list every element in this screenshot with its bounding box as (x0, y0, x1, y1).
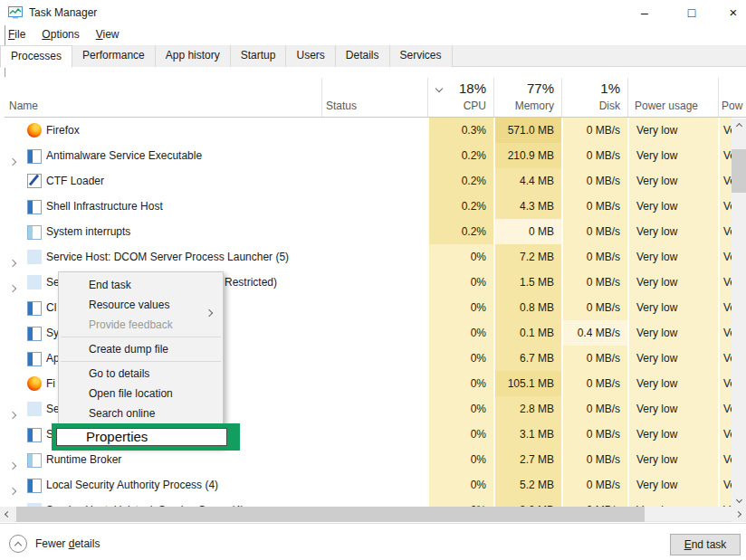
power-usage-cell: Very low (627, 270, 718, 295)
power-trend-cell: Ve (718, 371, 732, 396)
window-icon (27, 327, 42, 341)
expand-chevron-icon[interactable] (10, 405, 15, 422)
column-header-memory[interactable]: Memory (493, 100, 554, 112)
column-separator (627, 78, 628, 117)
menu-separator (61, 361, 221, 362)
table-row[interactable]: Service Host: DCOM Server Process Launch… (5, 244, 732, 270)
process-name: Cl (46, 301, 56, 314)
tab-services[interactable]: Services (390, 45, 453, 67)
expand-chevron-icon[interactable] (10, 279, 15, 295)
tab-users[interactable]: Users (286, 45, 335, 67)
tab-startup[interactable]: Startup (231, 45, 287, 67)
power-trend-cell: Ve (718, 194, 732, 219)
fewer-details-toggle[interactable]: Fewer details (9, 535, 100, 553)
process-name: System interrupts (46, 225, 130, 238)
fewer-details-label: Fewer details (35, 537, 100, 550)
menubar-item-options[interactable]: Options (33, 25, 87, 43)
cpu-cell: 0.2% (427, 168, 493, 194)
power-usage-cell: Very low (627, 346, 718, 371)
disk-cell: 0 MB/s (561, 244, 627, 270)
collapse-circle-icon (9, 535, 27, 553)
expand-chevron-icon[interactable] (10, 152, 15, 168)
tab-app-history[interactable]: App history (156, 45, 231, 67)
horizontal-scrollbar[interactable] (0, 507, 746, 522)
context-menu-item-go-to-details[interactable]: Go to details (59, 364, 223, 384)
power-trend-cell: Ve (718, 498, 732, 507)
tab-processes[interactable]: Processes (0, 45, 72, 68)
memory-cell: 0 MB (493, 219, 561, 244)
power-trend-cell: Ve (718, 168, 732, 194)
vertical-scrollbar-thumb[interactable] (732, 149, 746, 193)
scroll-down-button[interactable] (732, 492, 746, 507)
task-manager-window: Task Manager – □ × FileOptionsView Proce… (0, 0, 746, 560)
table-row[interactable]: Service Host: Unistack Service Group (4)… (5, 498, 732, 507)
cpu-cell: 0% (427, 447, 493, 472)
expand-chevron-icon[interactable] (10, 253, 15, 270)
column-header-power-usage-trend[interactable]: Pow (722, 100, 742, 112)
expand-chevron-icon[interactable] (10, 481, 15, 498)
context-menu: End taskResource valuesProvide feedbackC… (58, 271, 224, 447)
cpu-cell: 0.2% (427, 219, 493, 244)
power-usage-cell: Very low (627, 219, 718, 244)
context-menu-item-open-file-location[interactable]: Open file location (59, 384, 223, 403)
process-name: Local Security Authority Process (4) (46, 479, 218, 491)
power-trend-cell: Ve (718, 270, 732, 295)
horizontal-scrollbar-thumb[interactable] (16, 507, 645, 522)
table-row[interactable]: Runtime Broker0%2.7 MB0 MB/sVery lowVe (5, 447, 732, 472)
power-trend-cell: Ve (718, 143, 732, 168)
menu-separator (61, 337, 221, 337)
window2-icon (27, 453, 42, 468)
column-header-name[interactable]: Name (9, 100, 38, 112)
power-trend-cell: Ve (718, 346, 732, 371)
gear-icon (27, 275, 42, 289)
cpu-cell: 0% (427, 396, 493, 422)
column-header-power-usage[interactable]: Power usage (635, 100, 698, 112)
expand-chevron-icon[interactable] (10, 456, 15, 472)
context-menu-item-search-online[interactable]: Search online (59, 403, 223, 423)
minimize-button[interactable]: – (626, 0, 663, 25)
close-button[interactable]: × (715, 0, 746, 25)
power-usage-cell: Very low (627, 396, 718, 422)
disk-cell: 0 MB/s (561, 346, 627, 371)
tab-performance[interactable]: Performance (72, 45, 156, 67)
column-header-disk[interactable]: Disk (561, 100, 620, 112)
column-header-status[interactable]: Status (326, 100, 357, 112)
power-usage-cell: Very low (627, 498, 718, 507)
scroll-left-button[interactable] (0, 507, 14, 522)
menubar-item-file[interactable]: File (0, 25, 33, 43)
context-menu-item-create-dump-file[interactable]: Create dump file (59, 339, 223, 359)
title-bar: Task Manager – □ × (0, 0, 746, 25)
memory-cell: 6.7 MB (493, 346, 561, 371)
maximize-button[interactable]: □ (674, 0, 710, 25)
scroll-right-button[interactable] (731, 507, 745, 522)
cpu-cell: 0% (427, 498, 493, 507)
memory-cell: 3.1 MB (493, 422, 561, 447)
table-row[interactable]: Local Security Authority Process (4)0%5.… (5, 472, 732, 498)
cpu-cell: 0% (427, 371, 493, 396)
disk-cell: 0 MB/s (561, 194, 627, 219)
disk-cell: 0 MB/s (561, 422, 627, 447)
table-row[interactable]: CTF Loader0.2%4.4 MB0 MB/sVery lowVe (5, 168, 732, 194)
properties-annotation-box: Properties (52, 423, 240, 451)
table-row[interactable]: System interrupts0.2%0 MB0 MB/sVery lowV… (5, 219, 732, 244)
memory-cell: 105.1 MB (493, 371, 561, 396)
cpu-cell: 0% (427, 244, 493, 270)
power-trend-cell: Ve (718, 472, 732, 498)
power-trend-cell: Ve (718, 244, 732, 270)
context-menu-item-resource-values[interactable]: Resource values (59, 295, 223, 315)
scroll-up-button[interactable] (732, 119, 746, 133)
context-menu-item-end-task[interactable]: End task (59, 275, 223, 295)
table-row[interactable]: Firefox0.3%571.0 MB0 MB/sVery lowVe (5, 118, 732, 143)
table-row[interactable]: Antimalware Service Executable0.2%210.9 … (5, 143, 732, 168)
end-task-button[interactable]: End task (670, 534, 741, 555)
context-menu-item-properties[interactable]: Properties (56, 428, 227, 446)
table-row[interactable]: Shell Infrastructure Host0.2%4.3 MB0 MB/… (5, 194, 732, 219)
memory-cell: 0.1 MB (493, 320, 561, 346)
power-trend-cell: Ve (718, 396, 732, 422)
menubar-item-view[interactable]: View (88, 25, 128, 43)
column-header-cpu[interactable]: CPU (427, 100, 486, 112)
vertical-scrollbar[interactable] (732, 119, 746, 507)
cpu-cell: 0.3% (427, 118, 493, 143)
tab-details[interactable]: Details (336, 45, 390, 67)
power-usage-cell: Very low (627, 194, 718, 219)
